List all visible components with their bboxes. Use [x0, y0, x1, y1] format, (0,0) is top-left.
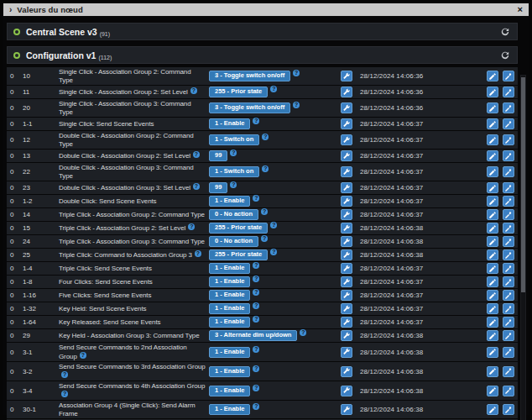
- edit-pencil-icon[interactable]: [487, 134, 498, 145]
- description-help-icon[interactable]: ?: [61, 371, 68, 378]
- value-button[interactable]: 0 - No action: [209, 236, 258, 247]
- section-central-scene[interactable]: Central Scene v3 (91): [7, 23, 518, 40]
- edit-pencil-icon[interactable]: [487, 276, 498, 287]
- configure-button[interactable]: [341, 87, 352, 97]
- configure-button[interactable]: [341, 150, 352, 161]
- force-edit-dropper-icon[interactable]: [503, 102, 514, 113]
- force-edit-dropper-icon[interactable]: [503, 366, 514, 377]
- description-help-icon[interactable]: ?: [61, 391, 68, 397]
- edit-pencil-icon[interactable]: [487, 236, 498, 247]
- force-edit-dropper-icon[interactable]: [503, 182, 514, 193]
- configure-button[interactable]: [341, 317, 352, 328]
- force-edit-dropper-icon[interactable]: [503, 404, 514, 415]
- edit-pencil-icon[interactable]: [487, 166, 498, 177]
- value-button[interactable]: 1 - Enable: [209, 404, 250, 415]
- description-help-icon[interactable]: ?: [195, 250, 201, 257]
- value-help-icon[interactable]: ?: [253, 289, 259, 296]
- value-button[interactable]: 0 - No action: [209, 209, 258, 220]
- value-button[interactable]: 1 - Enable: [209, 263, 250, 274]
- configure-button[interactable]: [341, 263, 352, 274]
- configure-button[interactable]: [341, 71, 352, 81]
- configure-button[interactable]: [341, 276, 352, 287]
- value-button[interactable]: 1 - Enable: [209, 118, 250, 129]
- edit-pencil-icon[interactable]: [487, 386, 498, 396]
- edit-pencil-icon[interactable]: [487, 249, 498, 260]
- edit-pencil-icon[interactable]: [487, 347, 498, 358]
- edit-pencil-icon[interactable]: [487, 150, 498, 161]
- value-help-icon[interactable]: ?: [253, 346, 259, 353]
- force-edit-dropper-icon[interactable]: [503, 276, 514, 287]
- configure-button[interactable]: [341, 182, 352, 193]
- value-help-icon[interactable]: ?: [300, 329, 306, 336]
- force-edit-dropper-icon[interactable]: [503, 290, 514, 301]
- force-edit-dropper-icon[interactable]: [503, 134, 514, 145]
- edit-pencil-icon[interactable]: [487, 196, 498, 207]
- description-help-icon[interactable]: ?: [188, 223, 195, 230]
- value-help-icon[interactable]: ?: [230, 181, 237, 188]
- configure-button[interactable]: [341, 166, 352, 177]
- configure-button[interactable]: [341, 236, 352, 247]
- edit-pencil-icon[interactable]: [487, 118, 498, 129]
- force-edit-dropper-icon[interactable]: [503, 118, 514, 129]
- value-help-icon[interactable]: ?: [261, 208, 268, 215]
- value-help-icon[interactable]: ?: [253, 316, 259, 323]
- value-button[interactable]: 3 - Toggle switch on/off: [209, 102, 290, 113]
- force-edit-dropper-icon[interactable]: [503, 87, 514, 97]
- force-edit-dropper-icon[interactable]: [503, 249, 514, 260]
- value-button[interactable]: 1 - Enable: [209, 276, 250, 287]
- edit-pencil-icon[interactable]: [487, 263, 498, 274]
- description-help-icon[interactable]: ?: [190, 87, 197, 94]
- force-edit-dropper-icon[interactable]: [503, 303, 514, 314]
- force-edit-dropper-icon[interactable]: [503, 347, 514, 358]
- value-button[interactable]: 3 - Toggle switch on/off: [209, 71, 290, 81]
- edit-pencil-icon[interactable]: [487, 303, 498, 314]
- configure-button[interactable]: [341, 249, 352, 260]
- configure-button[interactable]: [341, 196, 352, 207]
- configure-button[interactable]: [341, 303, 352, 314]
- value-help-icon[interactable]: ?: [253, 385, 259, 391]
- force-edit-dropper-icon[interactable]: [503, 196, 514, 207]
- edit-pencil-icon[interactable]: [487, 87, 498, 97]
- value-button[interactable]: 1 - Enable: [209, 386, 250, 396]
- value-help-icon[interactable]: ?: [253, 118, 259, 124]
- configure-button[interactable]: [341, 366, 352, 377]
- value-help-icon[interactable]: ?: [262, 134, 269, 140]
- value-button[interactable]: 1 - Enable: [209, 303, 250, 314]
- force-edit-dropper-icon[interactable]: [503, 317, 514, 328]
- configure-button[interactable]: [341, 290, 352, 301]
- value-help-icon[interactable]: ?: [253, 195, 259, 202]
- value-button[interactable]: 1 - Enable: [209, 347, 250, 358]
- value-help-icon[interactable]: ?: [261, 235, 268, 242]
- edit-pencil-icon[interactable]: [487, 182, 498, 193]
- refresh-icon[interactable]: [499, 50, 511, 61]
- value-help-icon[interactable]: ?: [253, 276, 259, 282]
- edit-pencil-icon[interactable]: [487, 290, 498, 301]
- value-help-icon[interactable]: ?: [270, 249, 277, 255]
- force-edit-dropper-icon[interactable]: [503, 236, 514, 247]
- edit-pencil-icon[interactable]: [487, 366, 498, 377]
- scrollbar-track[interactable]: [520, 75, 526, 420]
- configure-button[interactable]: [341, 134, 352, 145]
- force-edit-dropper-icon[interactable]: [503, 209, 514, 220]
- edit-pencil-icon[interactable]: [487, 71, 498, 81]
- value-button[interactable]: 255 - Prior state: [209, 223, 268, 234]
- force-edit-dropper-icon[interactable]: [503, 263, 514, 274]
- description-help-icon[interactable]: ?: [193, 151, 200, 158]
- configure-button[interactable]: [341, 102, 352, 113]
- value-help-icon[interactable]: ?: [262, 165, 269, 172]
- scrollbar-thumb[interactable]: [521, 77, 525, 292]
- description-help-icon[interactable]: ?: [80, 352, 86, 359]
- value-help-icon[interactable]: ?: [293, 70, 300, 76]
- force-edit-dropper-icon[interactable]: [503, 150, 514, 161]
- edit-pencil-icon[interactable]: [487, 404, 498, 415]
- force-edit-dropper-icon[interactable]: [503, 166, 514, 177]
- edit-pencil-icon[interactable]: [487, 209, 498, 220]
- section-configuration[interactable]: Configuration v1 (112): [7, 46, 518, 64]
- force-edit-dropper-icon[interactable]: [503, 330, 514, 341]
- value-help-icon[interactable]: ?: [253, 403, 259, 410]
- value-button[interactable]: 99: [209, 182, 227, 193]
- value-help-icon[interactable]: ?: [253, 365, 259, 372]
- close-icon[interactable]: ×: [518, 5, 523, 14]
- edit-pencil-icon[interactable]: [487, 330, 498, 341]
- configure-button[interactable]: [341, 347, 352, 358]
